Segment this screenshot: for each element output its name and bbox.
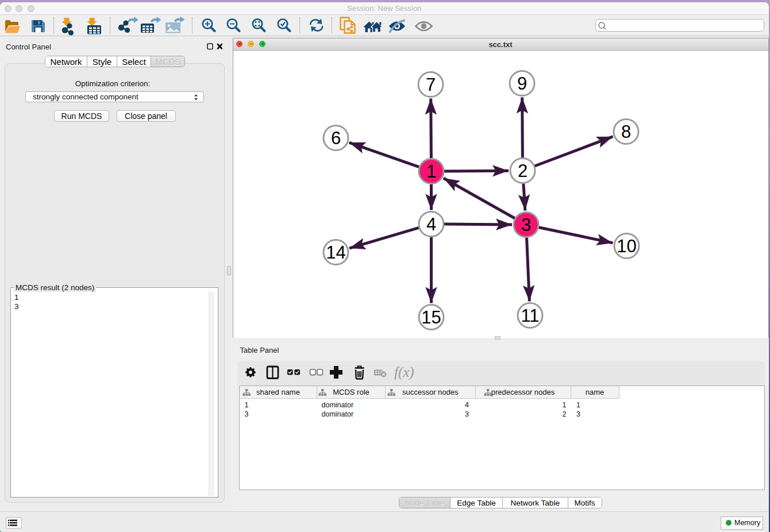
svg-text:6: 6	[330, 128, 340, 148]
svg-text:3: 3	[521, 215, 530, 235]
svg-text:11: 11	[521, 306, 539, 326]
svg-text:8: 8	[621, 122, 630, 142]
svg-text:f(x): f(x)	[394, 364, 414, 380]
svg-text:2: 2	[517, 161, 527, 181]
svg-text:9: 9	[517, 74, 526, 94]
svg-text:10: 10	[617, 236, 636, 256]
svg-text:15: 15	[421, 307, 441, 327]
svg-text:14: 14	[326, 242, 345, 263]
svg-text:7: 7	[425, 75, 435, 95]
svg-text:1: 1	[426, 161, 436, 182]
svg-text:4: 4	[426, 214, 436, 234]
